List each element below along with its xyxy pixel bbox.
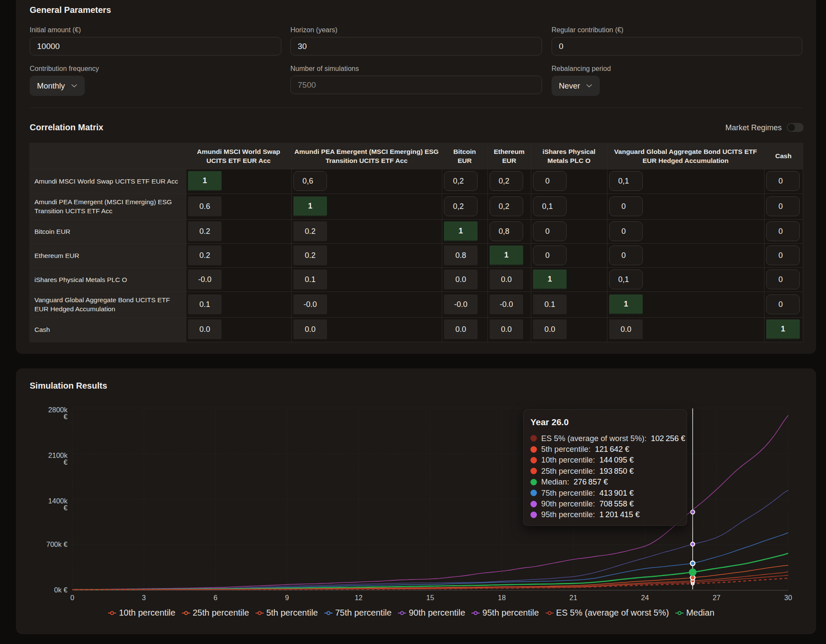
svg-text:€: €	[64, 504, 68, 512]
svg-text:6: 6	[213, 594, 217, 601]
svg-text:0: 0	[70, 594, 74, 601]
svg-text:27: 27	[712, 594, 720, 601]
svg-text:€: €	[64, 413, 68, 420]
svg-text:12: 12	[354, 594, 362, 601]
svg-text:9: 9	[285, 594, 289, 601]
svg-text:15: 15	[426, 594, 434, 601]
svg-text:18: 18	[498, 594, 505, 601]
svg-text:24: 24	[641, 594, 649, 601]
svg-text:700k €: 700k €	[46, 540, 68, 548]
svg-text:€: €	[64, 458, 68, 466]
svg-text:0k €: 0k €	[54, 586, 68, 594]
svg-text:30: 30	[784, 594, 792, 601]
svg-text:3: 3	[142, 594, 146, 601]
svg-text:21: 21	[570, 594, 577, 601]
